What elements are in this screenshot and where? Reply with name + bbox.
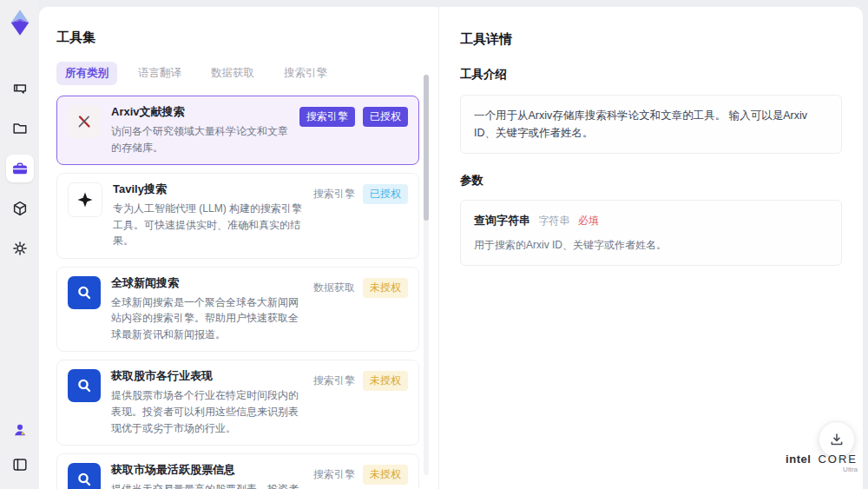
user-avatar-icon[interactable] <box>6 416 34 444</box>
param-name: 查询字符串 <box>474 214 530 227</box>
tool-row-global-news[interactable]: 全球新闻搜索 全球新闻搜索是一个聚合全球各大新闻网站内容的搜索引擎。帮助用户快速… <box>56 267 419 353</box>
params-heading: 参数 <box>460 173 842 188</box>
tool-name: Tavily搜索 <box>113 182 303 197</box>
tool-name: 获取股市各行业表现 <box>111 369 303 384</box>
category-badge: 搜索引擎 <box>299 107 355 127</box>
status-badge: 未授权 <box>363 465 408 485</box>
tool-detail-panel: 工具详情 工具介绍 一个用于从Arxiv存储库搜索科学论文和文章的工具。 输入可… <box>438 7 863 489</box>
category-label: 搜索引擎 <box>313 467 355 482</box>
list-scrollbar <box>424 75 429 475</box>
tab-all-categories[interactable]: 所有类别 <box>56 62 117 85</box>
param-type: 字符串 <box>538 215 569 227</box>
tool-name: 全球新闻搜索 <box>111 276 303 291</box>
tab-data-fetch[interactable]: 数据获取 <box>202 62 263 85</box>
intro-box: 一个用于从Arxiv存储库搜索科学论文和文章的工具。 输入可以是Arxiv ID… <box>460 95 842 154</box>
list-scrollbar-thumb[interactable] <box>424 75 429 221</box>
status-badge: 未授权 <box>363 278 408 298</box>
left-rail <box>0 0 39 489</box>
tool-description: 全球新闻搜索是一个聚合全球各大新闻网站内容的搜索引擎。帮助用户快速获取全球最新资… <box>111 294 303 343</box>
intel-suffix-text: Ultra <box>786 466 858 473</box>
tab-language-translation[interactable]: 语言翻译 <box>129 62 190 85</box>
tool-description: 专为人工智能代理 (LLM) 构建的搜索引擎工具。可快速提供实时、准确和真实的结… <box>113 201 303 249</box>
category-label: 搜索引擎 <box>313 187 355 202</box>
settings-icon[interactable] <box>6 235 34 262</box>
tool-description: 访问各个研究领域大量科学论文和文章的存储库。 <box>111 123 289 155</box>
intro-text: 一个用于从Arxiv存储库搜索科学论文和文章的工具。 输入可以是Arxiv ID… <box>474 109 807 139</box>
cube-icon[interactable] <box>6 195 34 222</box>
param-box: 查询字符串 字符串 必填 用于搜索的Arxiv ID、关键字或作者姓名。 <box>460 200 842 266</box>
tab-search-engine[interactable]: 搜索引擎 <box>275 62 336 85</box>
tool-list: Arxiv文献搜索 访问各个研究领域大量科学论文和文章的存储库。 搜索引擎 已授… <box>56 96 419 489</box>
intel-core-logo: intel core Ultra <box>786 453 858 473</box>
news-search-icon <box>68 276 101 309</box>
status-badge: 未授权 <box>363 371 408 391</box>
tool-description: 提供股票市场各个行业在特定时间段内的表现。投资者可以利用这些信息来识别表现优于或… <box>111 387 303 436</box>
param-description: 用于搜索的Arxiv ID、关键字或作者姓名。 <box>474 237 828 254</box>
tool-name: Arxiv文献搜索 <box>111 105 289 120</box>
toolbox-icon[interactable] <box>6 155 34 182</box>
category-label: 搜索引擎 <box>313 373 355 388</box>
category-tabs: 所有类别 语言翻译 数据获取 搜索引擎 <box>56 62 438 85</box>
stock-search-icon <box>68 463 101 489</box>
tool-name: 获取市场最活跃股票信息 <box>111 463 303 478</box>
tool-row-stock-sectors[interactable]: 获取股市各行业表现 提供股票市场各个行业在特定时间段内的表现。投资者可以利用这些… <box>56 360 419 446</box>
chat-icon[interactable] <box>6 75 34 102</box>
detail-title: 工具详情 <box>460 31 842 48</box>
category-label: 数据获取 <box>313 281 355 295</box>
collapse-panel-icon[interactable] <box>6 451 34 479</box>
page-title: 工具集 <box>56 30 438 46</box>
intel-product-text: core <box>818 453 858 466</box>
tool-row-arxiv[interactable]: Arxiv文献搜索 访问各个研究领域大量科学论文和文章的存储库。 搜索引擎 已授… <box>56 96 419 165</box>
app-logo-icon <box>7 9 33 36</box>
arxiv-chi-icon <box>68 105 101 138</box>
tool-list-panel: 工具集 所有类别 语言翻译 数据获取 搜索引擎 A <box>39 7 438 489</box>
folder-icon[interactable] <box>6 115 34 142</box>
tool-description: 提供当天交易量最高的股票列表，投资者可以利用这些信息来识别流动性强的股票和潜在的… <box>111 481 303 489</box>
status-badge: 已授权 <box>363 184 408 204</box>
tool-row-active-stocks[interactable]: 获取市场最活跃股票信息 提供当天交易量最高的股票列表，投资者可以利用这些信息来识… <box>56 453 419 489</box>
stock-search-icon <box>68 369 101 402</box>
tavily-star-icon <box>68 182 102 217</box>
app-window: 工具集 所有类别 语言翻译 数据获取 搜索引擎 A <box>0 0 868 489</box>
intel-brand-text: intel <box>786 453 811 466</box>
intro-heading: 工具介绍 <box>460 67 842 83</box>
status-badge: 已授权 <box>363 107 408 127</box>
main-panel: 工具集 所有类别 语言翻译 数据获取 搜索引擎 A <box>39 7 863 489</box>
param-required-flag: 必填 <box>578 215 599 227</box>
tool-row-tavily[interactable]: Tavily搜索 专为人工智能代理 (LLM) 构建的搜索引擎工具。可快速提供实… <box>56 173 419 259</box>
